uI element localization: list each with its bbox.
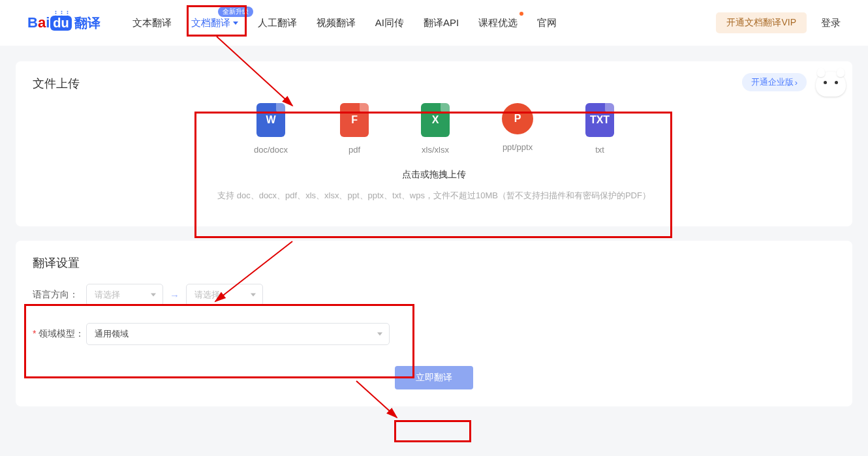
settings-body: 语言方向： 请选择 → 请选择 *领域模型： 通用领域: [33, 271, 835, 345]
ppt-icon: P: [502, 103, 533, 134]
chevron-down-icon: [233, 22, 238, 25]
nav-video-translate[interactable]: 视频翻译: [307, 0, 365, 46]
filetype-label: xls/xlsx: [422, 145, 449, 155]
filetype-label: pdf: [349, 145, 360, 155]
nav-official[interactable]: 官网: [527, 0, 566, 46]
nav-label: 文本翻译: [132, 17, 172, 29]
upload-note: 支持 doc、docx、pdf、xls、xlsx、ppt、pptx、txt、wp…: [33, 190, 835, 202]
select-value: 通用领域: [95, 328, 129, 340]
filetype-ppt: P ppt/pptx: [502, 103, 533, 155]
txt-icon: TXT: [585, 103, 614, 137]
target-language-select[interactable]: 请选择: [186, 284, 263, 306]
upload-card: 文件上传 开通企业版 › W doc/docx F pdf: [16, 61, 852, 226]
upload-dropzone[interactable]: W doc/docx F pdf X xls/xlsx P ppt/pptx T…: [33, 91, 835, 209]
action-row: 立即翻译: [33, 345, 835, 389]
chevron-down-icon: [377, 333, 382, 336]
nav-api[interactable]: 翻译API: [414, 0, 469, 46]
filetype-label: txt: [595, 145, 604, 155]
mascot-icon: [816, 68, 852, 99]
nav-ai-interp[interactable]: AI同传: [365, 0, 414, 46]
chevron-right-icon: ›: [795, 78, 798, 87]
main: 文件上传 开通企业版 › W doc/docx F pdf: [0, 46, 868, 406]
filetype-pdf: F pdf: [340, 103, 369, 155]
nav-human-translate[interactable]: 人工翻译: [248, 0, 307, 46]
select-placeholder: 请选择: [194, 289, 220, 301]
nav-text-translate[interactable]: 文本翻译: [123, 0, 181, 46]
nav-doc-translate[interactable]: 文档翻译 全新升级: [181, 0, 248, 46]
settings-title: 翻译设置: [33, 255, 835, 271]
filetype-word: W doc/docx: [254, 103, 288, 155]
domain-label-text: 领域模型：: [39, 328, 84, 339]
domain-label: *领域模型：: [33, 328, 86, 340]
source-language-select[interactable]: 请选择: [86, 284, 163, 306]
notification-dot-icon: [519, 12, 523, 16]
chevron-down-icon: [151, 294, 156, 297]
enterprise-label: 开通企业版: [751, 76, 794, 88]
nav-courses[interactable]: 课程优选: [469, 0, 527, 46]
translate-button[interactable]: 立即翻译: [395, 366, 473, 389]
login-link[interactable]: 登录: [821, 17, 841, 29]
filetype-label: ppt/pptx: [503, 142, 533, 152]
nav-label: 官网: [537, 17, 557, 29]
word-icon: W: [256, 103, 285, 137]
upload-title: 文件上传: [33, 76, 835, 91]
row-language: 语言方向： 请选择 → 请选择: [33, 284, 835, 306]
logo-cn: 翻译: [74, 14, 101, 32]
nav-label: 翻译API: [424, 17, 459, 29]
logo[interactable]: Baidu⋮⋮⋮ 翻译: [27, 14, 101, 32]
lang-label: 语言方向：: [33, 289, 86, 301]
domain-model-select[interactable]: 通用领域: [86, 323, 390, 345]
nav-label: 文档翻译: [191, 17, 230, 29]
annotation-box: [394, 420, 471, 442]
nav-label: 视频翻译: [317, 17, 356, 29]
filetype-xls: X xls/xlsx: [421, 103, 450, 155]
xls-icon: X: [421, 103, 450, 137]
swap-arrow-icon[interactable]: →: [170, 290, 179, 301]
settings-card: 翻译设置 语言方向： 请选择 → 请选择 *领域模型： 通用领: [16, 241, 852, 406]
vip-button[interactable]: 开通文档翻译VIP: [716, 12, 807, 33]
nav-menu: 文本翻译 文档翻译 全新升级 人工翻译 视频翻译 AI同传 翻译API 课程优选…: [123, 0, 566, 46]
upload-tip: 点击或拖拽上传: [33, 169, 835, 181]
nav-label: 人工翻译: [258, 17, 297, 29]
required-asterisk: *: [33, 328, 36, 339]
header-right: 开通文档翻译VIP 登录: [716, 12, 841, 33]
filetype-row: W doc/docx F pdf X xls/xlsx P ppt/pptx T…: [33, 103, 835, 155]
nav-label: AI同传: [375, 17, 404, 29]
top-nav: Baidu⋮⋮⋮ 翻译 文本翻译 文档翻译 全新升级 人工翻译 视频翻译 AI同…: [0, 0, 868, 46]
select-placeholder: 请选择: [95, 289, 120, 301]
nav-label: 课程优选: [478, 17, 518, 29]
chevron-down-icon: [251, 294, 256, 297]
row-domain: *领域模型： 通用领域: [33, 323, 835, 345]
filetype-txt: TXT txt: [585, 103, 614, 155]
filetype-label: doc/docx: [254, 145, 288, 155]
enterprise-link[interactable]: 开通企业版 ›: [742, 73, 807, 91]
pdf-icon: F: [340, 103, 369, 137]
